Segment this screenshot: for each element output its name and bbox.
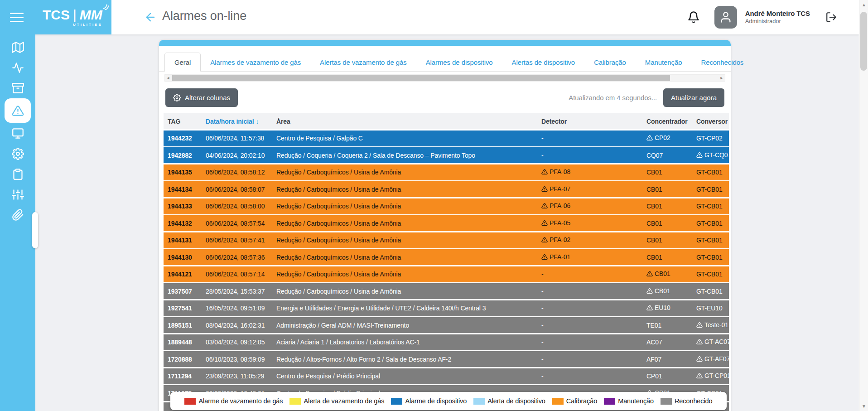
table-body: 194423206/06/2024, 11:57:38Centro de Pes… (164, 131, 729, 411)
table-row[interactable]: 188944803/04/2024, 09:12:05Aciaria / Aci… (164, 334, 729, 350)
clipboard-icon (12, 168, 24, 180)
scroll-left-icon[interactable]: ◄ (165, 74, 171, 82)
refresh-now-button[interactable]: Atualizar agora (663, 88, 724, 107)
cell-concentrator: CP02 (642, 134, 692, 142)
scroll-up-icon[interactable]: ▲ (859, 2, 868, 7)
cell-detector: - (537, 288, 642, 295)
table-row[interactable]: 194413506/06/2024, 08:58:12Redução / Car… (164, 164, 729, 180)
cell-area: Administração / Geral ADM / MASI-Treinam… (272, 322, 537, 329)
cell-datetime: 06/10/2023, 08:59:09 (202, 356, 272, 363)
cell-area: Redução / Carboquímicos / Usina de Amôni… (272, 254, 537, 261)
cell-tag: 1937507 (164, 288, 202, 295)
cell-tag: 1944121 (164, 271, 202, 278)
cell-datetime: 06/06/2024, 08:58:12 (202, 169, 272, 176)
legend-swatch (661, 398, 672, 405)
cell-tag: 1944134 (164, 186, 202, 193)
table-row[interactable]: 194413006/06/2024, 08:57:36Redução / Car… (164, 249, 729, 265)
table-row[interactable]: 171129423/09/2023, 11:05:29Centro de Pes… (164, 368, 729, 384)
table-row[interactable]: 194412106/06/2024, 08:57:14Redução / Car… (164, 266, 729, 282)
cell-area: Redução / Carboquímicos / Usina de Amôni… (272, 203, 537, 210)
map-icon (12, 41, 24, 53)
logo-subtitle: UTILITIES (43, 23, 102, 27)
cell-area: Centro de Pesquisa / Prédio Principal (272, 372, 537, 380)
legend-item-alarme-de-dispositivo: Alarme de dispositivo (391, 397, 467, 405)
sidebar-item-clipboard[interactable] (5, 168, 30, 180)
vscroll-thumb[interactable] (860, 12, 867, 71)
cell-converter: GT-CP02 (692, 135, 729, 142)
notifications-bell-icon[interactable] (687, 11, 700, 24)
table-row[interactable]: 194413306/06/2024, 08:58:00Redução / Car… (164, 198, 729, 214)
sidebar-item-alarms[interactable] (5, 98, 31, 123)
hscroll-thumb[interactable] (172, 75, 670, 81)
cell-converter: GT-CB01 (692, 220, 729, 227)
column-header-datetime[interactable]: Data/hora inicial ↓ (202, 118, 272, 125)
cell-concentrator: CB01 (642, 237, 692, 244)
column-header-tag[interactable]: TAG (164, 118, 202, 125)
column-header-area[interactable]: Área (272, 118, 537, 125)
warning-triangle-icon (646, 288, 653, 295)
tab-alertas-de-dispositivo[interactable]: Alertas de dispositivo (502, 53, 585, 71)
sidebar-item-activity[interactable] (5, 61, 30, 74)
tab-geral[interactable]: Geral (164, 53, 201, 72)
change-columns-button[interactable]: Alterar colunas (165, 88, 238, 107)
cell-area: Redução / Carboquímicos / Usina de Amôni… (272, 288, 537, 295)
cell-concentrator: CB01 (642, 270, 692, 278)
sidebar-item-sliders[interactable] (5, 188, 30, 201)
sidebar-resize-handle[interactable] (32, 212, 38, 248)
tab-alarmes-de-vazamento-de-g-s[interactable]: Alarmes de vazamento de gás (201, 53, 310, 71)
sidebar-item-map[interactable] (5, 41, 30, 53)
table-row[interactable]: 194413106/06/2024, 08:57:41Redução / Car… (164, 232, 729, 248)
warning-triangle-icon (541, 169, 548, 176)
cell-tag: 1889448 (164, 338, 202, 346)
warning-triangle-icon (646, 135, 653, 142)
table-row[interactable]: 192754116/05/2024, 09:51:09Energia e Uti… (164, 300, 729, 316)
logout-icon[interactable] (825, 11, 837, 23)
warning-triangle-icon (646, 305, 653, 312)
scroll-down-icon[interactable]: ▼ (859, 404, 868, 409)
sidebar-item-monitor[interactable] (5, 127, 30, 140)
tabs-horizontal-scrollbar[interactable]: ◄ ► (164, 74, 725, 82)
sidebar-item-settings[interactable] (5, 147, 30, 160)
topbar: Alarmes on-line André Monteiro TCS Admin… (0, 0, 859, 34)
table-row[interactable]: 194413206/06/2024, 08:57:54Redução / Car… (164, 215, 729, 231)
cell-area: Redução / Carboquímicos / Usina de Amôni… (272, 237, 537, 244)
tab-calibra-o[interactable]: Calibração (584, 53, 636, 71)
column-header-concentrator[interactable]: Concentrador (642, 118, 692, 125)
cell-concentrator: CB01 (642, 169, 692, 176)
hscroll-track[interactable] (171, 75, 719, 81)
cell-detector: PFA-06 (537, 202, 642, 210)
cell-tag: 1944130 (164, 254, 202, 261)
cell-detector: - (537, 152, 642, 159)
logo: TCS | MM )) UTILITIES (43, 8, 102, 27)
table-row[interactable]: 193750728/05/2024, 15:53:37Redução / Car… (164, 283, 729, 299)
tab-reconhecidos[interactable]: Reconhecidos (691, 53, 753, 71)
sidebar-item-attachments[interactable] (5, 208, 30, 221)
table-row[interactable]: 194413406/06/2024, 08:58:07Redução / Car… (164, 181, 729, 197)
cell-concentrator: EU10 (642, 304, 692, 312)
cell-concentrator: CQ07 (642, 152, 692, 159)
column-header-detector[interactable]: Detector (537, 118, 642, 125)
scroll-right-icon[interactable]: ► (719, 74, 725, 82)
sidebar-item-archive[interactable] (5, 82, 30, 94)
table-row[interactable]: 189515108/04/2024, 16:02:31Administração… (164, 317, 729, 333)
table-row[interactable]: 172088806/10/2023, 08:59:09Redução / Alt… (164, 351, 729, 367)
tab-manuten-o[interactable]: Manutenção (636, 53, 692, 71)
monitor-icon (12, 127, 24, 140)
menu-hamburger-icon[interactable] (10, 10, 24, 25)
cell-converter: GT-CB01 (692, 237, 729, 244)
cell-converter: GT-CB01 (692, 203, 729, 210)
cell-concentrator: CB01 (642, 254, 692, 261)
tab-alarmes-de-dispositivo[interactable]: Alarmes de dispositivo (416, 53, 502, 71)
cell-tag: 1942882 (164, 152, 202, 159)
alert-triangle-icon (12, 105, 24, 117)
legend-label: Manutenção (618, 397, 654, 405)
cell-converter: Teste-01 (692, 321, 729, 329)
table-row[interactable]: 194423206/06/2024, 11:57:38Centro de Pes… (164, 131, 729, 146)
tab-alertas-de-vazamento-de-g-s[interactable]: Alertas de vazamento de gás (310, 53, 416, 71)
avatar[interactable] (714, 6, 737, 29)
back-arrow-icon[interactable] (144, 11, 157, 24)
table-row[interactable]: 194288204/06/2024, 20:02:10Redução / Coq… (164, 147, 729, 163)
page-vertical-scrollbar[interactable]: ▲ ▼ (859, 0, 868, 411)
column-header-converter[interactable]: Conversor (692, 118, 729, 125)
change-columns-label: Alterar colunas (185, 94, 230, 102)
